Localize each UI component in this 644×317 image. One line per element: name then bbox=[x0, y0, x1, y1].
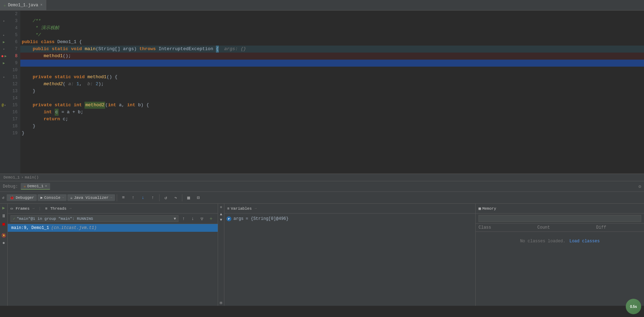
code-line-6: public class Demo1_1 { bbox=[20, 39, 644, 46]
bookmark-button[interactable]: ✱ bbox=[2, 241, 5, 245]
console-tab[interactable]: ▶ Console → bbox=[38, 194, 67, 201]
code-content[interactable]: /** * 演示栈帧 */ public class Demo1_1 { pub… bbox=[20, 11, 644, 174]
threads-icon: ≡ bbox=[45, 207, 48, 211]
frame-item-text: main:9, Demo1_1 bbox=[11, 225, 49, 230]
gutter-line-17 bbox=[0, 116, 8, 123]
fold-icon-3[interactable]: ▾ bbox=[0, 18, 8, 25]
thread-up-button[interactable]: ↑ bbox=[180, 215, 188, 223]
file-tab[interactable]: ☕ Demo1_1.java × bbox=[0, 0, 46, 10]
toolbar-separator-1 bbox=[117, 194, 117, 201]
run-indicator: 0.5s bbox=[626, 299, 641, 306]
scroll-minus-icon[interactable]: ⊟ bbox=[220, 300, 222, 306]
threads-pin-icon[interactable]: → bbox=[69, 207, 72, 210]
scroll-add-icon[interactable]: + bbox=[220, 204, 222, 211]
visualizer-tab[interactable]: ☕ Java Visualizer → bbox=[67, 194, 115, 201]
scroll-down-icon[interactable]: ▼ bbox=[220, 217, 222, 223]
code-line-5: */ bbox=[20, 32, 644, 39]
console-label: Console bbox=[44, 196, 60, 200]
debug-session-icon: ☕ bbox=[23, 184, 26, 188]
code-line-11: private static void method1() { bbox=[20, 74, 644, 81]
debug-session-close[interactable]: × bbox=[45, 184, 47, 188]
tab-close-button[interactable]: × bbox=[40, 3, 42, 7]
code-line-16: int c = a + b; bbox=[20, 109, 644, 116]
tab-bar: ☕ Demo1_1.java × bbox=[0, 0, 644, 11]
threads-label: Threads bbox=[50, 207, 66, 211]
console-pin-icon[interactable]: → bbox=[62, 196, 64, 200]
debug-toolbar: ↺ 🐞 Debugger ▶ Console → ☕ Java Visualiz… bbox=[0, 192, 644, 204]
memory-load-link[interactable]: Load classes bbox=[569, 239, 599, 244]
settings-icon[interactable]: ⚙ bbox=[638, 184, 641, 189]
breadcrumb-method: main() bbox=[25, 175, 39, 180]
thread-selector[interactable]: ✓ "main"@1 in group "main": RUNNING ▼ bbox=[11, 215, 178, 222]
memory-header: ▦ Memory bbox=[476, 204, 644, 214]
breadcrumb-class: Demo1_1 bbox=[4, 175, 20, 180]
toolbar-separator-3 bbox=[182, 194, 182, 201]
gutter-line-13 bbox=[0, 88, 8, 95]
memory-empty-state: No classes loaded. Load classes bbox=[476, 232, 644, 251]
variables-icon: ≡ bbox=[227, 207, 230, 211]
fold-icon-7[interactable]: ▾ bbox=[0, 46, 8, 53]
resume-button[interactable]: ▶ bbox=[2, 205, 5, 211]
visualizer-pin-icon[interactable]: → bbox=[110, 196, 112, 200]
step-into-button[interactable]: ↓ bbox=[138, 193, 148, 202]
frames-tab[interactable]: Frames bbox=[16, 207, 30, 211]
variable-item-args[interactable]: P args = {String[0]@496} bbox=[226, 216, 473, 222]
stop-button[interactable]: ■ bbox=[2, 222, 5, 228]
code-line-13: } bbox=[20, 88, 644, 95]
thread-down-button[interactable]: ↓ bbox=[189, 215, 197, 223]
thread-check-icon: ✓ bbox=[13, 216, 15, 221]
frames-list: main:9, Demo1_1 (cn.itcast.jvm.t1) bbox=[8, 224, 218, 306]
memory-label: Memory bbox=[482, 207, 496, 211]
code-line-3: /** bbox=[20, 18, 644, 25]
visualizer-icon: ☕ bbox=[70, 195, 73, 200]
debug-panel: Debug: ☕ Demo1_1 × ⚙ ↺ 🐞 Debugger ▶ Cons… bbox=[0, 181, 644, 306]
restart-icon[interactable]: ↺ bbox=[2, 195, 5, 200]
frames-scrollbar: + ▲ ▼ ⊟ bbox=[218, 204, 224, 306]
code-line-4: * 演示栈帧 bbox=[20, 25, 644, 32]
debug-bug-icon: 🐞 bbox=[9, 195, 14, 200]
run-to-cursor-button[interactable]: ↺ bbox=[161, 193, 170, 202]
breakpoint-arrow-8: ● ▶ bbox=[0, 53, 8, 60]
frames-icon: ▭ bbox=[11, 206, 13, 211]
code-line-12: method2( a: 1, b: 2); bbox=[20, 81, 644, 88]
show-frames-button[interactable]: ≡ bbox=[119, 193, 128, 202]
code-line-15: private static int method2(int a, int b)… bbox=[20, 102, 644, 109]
step-out-button[interactable]: ↑ bbox=[148, 193, 157, 202]
mute-button[interactable]: 🔕 bbox=[1, 233, 6, 238]
frame-item-selected[interactable]: main:9, Demo1_1 (cn.itcast.jvm.t1) bbox=[8, 224, 218, 232]
evaluate-button[interactable]: ↷ bbox=[171, 193, 180, 202]
thread-filter-button[interactable]: ▽ bbox=[198, 215, 206, 223]
variables-body: P args = {String[0]@496} bbox=[224, 214, 475, 306]
code-line-2 bbox=[20, 11, 644, 18]
memory-col-count: Count bbox=[535, 224, 594, 232]
threads-tab[interactable]: Threads bbox=[50, 207, 66, 211]
variables-pin-icon[interactable]: → bbox=[255, 207, 257, 210]
thread-dropdown-icon: ▼ bbox=[174, 217, 176, 221]
debug-session-tab[interactable]: ☕ Demo1_1 × bbox=[21, 183, 50, 190]
code-line-9 bbox=[20, 60, 644, 67]
debug-body: ▶ ⏸ ■ 🔕 ✱ ▭ Frames → | ≡ Thre bbox=[0, 204, 644, 306]
scroll-up-icon[interactable]: ▲ bbox=[220, 211, 222, 217]
step-over-button[interactable]: ↑ bbox=[129, 193, 138, 202]
frames-pin-icon[interactable]: → bbox=[32, 207, 34, 210]
fold-icon-5[interactable]: ▸ bbox=[0, 32, 8, 39]
breadcrumb-separator: › bbox=[21, 175, 23, 180]
thread-add-button[interactable]: + bbox=[207, 215, 215, 223]
pause-button[interactable]: ⏸ bbox=[1, 214, 6, 219]
debugger-label: Debugger bbox=[16, 196, 34, 200]
variable-type-icon: P bbox=[226, 216, 231, 221]
memory-button[interactable]: ⊟ bbox=[194, 193, 203, 202]
visualizer-label: Java Visualizer bbox=[74, 196, 109, 200]
memory-search-input[interactable] bbox=[479, 215, 641, 222]
fold-icon-11[interactable]: ▾ bbox=[0, 74, 8, 81]
code-editor: ▾ ▸ ▶ ▾ ● ▶ ▶ ▾ @ ▾ bbox=[0, 11, 644, 174]
frame-item-detail: (cn.itcast.jvm.t1) bbox=[51, 225, 97, 230]
debug-header: Debug: ☕ Demo1_1 × ⚙ bbox=[0, 181, 644, 192]
gutter-line-14 bbox=[0, 95, 8, 102]
watch-button[interactable]: ▦ bbox=[184, 193, 193, 202]
variable-value: = {String[0]@496} bbox=[246, 216, 289, 221]
memory-panel: ▦ Memory Class Count Diff bbox=[476, 204, 644, 306]
memory-icon: ▦ bbox=[479, 206, 481, 211]
debugger-tab[interactable]: 🐞 Debugger bbox=[7, 194, 37, 201]
toolbar-separator-2 bbox=[159, 194, 160, 201]
